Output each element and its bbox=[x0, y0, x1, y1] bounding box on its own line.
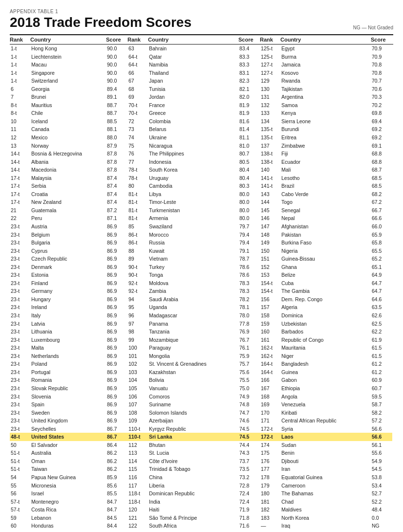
table-cell: Dominican Republic bbox=[148, 489, 238, 498]
table-cell: 17-t bbox=[10, 190, 30, 199]
table-cell: Tonga bbox=[148, 271, 238, 279]
table-cell: Malaysia bbox=[30, 174, 106, 182]
table-cell: Iceland bbox=[30, 117, 106, 126]
table-cell: 78.1 bbox=[238, 303, 260, 311]
table-cell: 48-t bbox=[10, 433, 30, 441]
table-cell: 89.1 bbox=[106, 93, 127, 101]
table-cell: 86.9 bbox=[106, 328, 127, 336]
col-score2: Score bbox=[238, 37, 260, 43]
col-country3: Country bbox=[280, 37, 371, 43]
table-cell: 81-t bbox=[127, 190, 148, 199]
table-cell: Fiji bbox=[280, 150, 371, 158]
table-cell: 86.9 bbox=[106, 335, 127, 344]
table-cell: 64.6 bbox=[371, 295, 392, 304]
table-cell: Colombia bbox=[148, 117, 238, 126]
table-cell: China bbox=[148, 473, 238, 482]
table-cell: 1-t bbox=[10, 44, 30, 53]
table-cell: 68.8 bbox=[371, 150, 392, 158]
table-cell: 69.2 bbox=[371, 125, 392, 133]
table-cell: Liberia bbox=[148, 481, 238, 489]
table-cell: Netherlands bbox=[30, 352, 106, 360]
table-cell: Seychelles bbox=[30, 425, 106, 433]
table-cell: Equatorial Guinea bbox=[280, 473, 371, 482]
table-cell: Honduras bbox=[30, 522, 106, 530]
table-cell: 81.4 bbox=[238, 125, 260, 133]
table-cell: Sweden bbox=[30, 408, 106, 417]
table-cell: 61.9 bbox=[371, 335, 392, 344]
table-cell: South Korea bbox=[148, 166, 238, 174]
table-cell: Vanuatu bbox=[148, 384, 238, 393]
table-cell: 82.3 bbox=[238, 77, 260, 85]
table-cell: 129 bbox=[260, 77, 280, 85]
table-cell: Cuba bbox=[280, 279, 371, 288]
table-cell: 84.4 bbox=[106, 522, 127, 530]
table-cell: 17-t bbox=[10, 198, 30, 206]
table-cell: 86.9 bbox=[106, 392, 127, 400]
col-country1: Country bbox=[30, 37, 106, 43]
table-cell: 60.7 bbox=[371, 384, 392, 393]
table-cell: 110-t bbox=[127, 433, 148, 441]
table-cell: Kazakhstan bbox=[148, 368, 238, 377]
table-cell: 54 bbox=[10, 473, 30, 482]
table-cell: 75.7 bbox=[238, 360, 260, 368]
table-cell: 104 bbox=[127, 376, 148, 384]
table-cell: Latvia bbox=[30, 319, 106, 328]
col-rank2: Rank bbox=[127, 37, 148, 43]
table-cell: Serbia bbox=[30, 182, 106, 190]
table-cell: 88.5 bbox=[106, 117, 127, 126]
table-cell: 164-t bbox=[260, 360, 280, 368]
table-cell: 23-t bbox=[10, 360, 30, 368]
table-cell: 158 bbox=[260, 311, 280, 320]
table-cell: 182 bbox=[260, 506, 280, 514]
table-cell: 69.2 bbox=[371, 133, 392, 142]
table-cell: 102 bbox=[127, 360, 148, 368]
table-cell: 75 bbox=[127, 141, 148, 150]
table-cell: 70.7 bbox=[371, 77, 392, 85]
table-cell: 168 bbox=[260, 392, 280, 400]
table-cell: Norway bbox=[30, 141, 106, 150]
table-cell: Ecuador bbox=[280, 157, 371, 166]
table-cell: 78-t bbox=[127, 174, 148, 182]
table-cell: 65.2 bbox=[371, 255, 392, 263]
table-cell: 87.8 bbox=[106, 157, 127, 166]
table-cell: Venezuela bbox=[280, 400, 371, 409]
table-cell: 153 bbox=[260, 271, 280, 279]
table-cell: 176 bbox=[260, 457, 280, 466]
table-cell: 23-t bbox=[10, 352, 30, 360]
table-cell: Kosovo bbox=[280, 68, 371, 77]
table-cell: 112 bbox=[127, 441, 148, 449]
table-cell: 183 bbox=[260, 514, 280, 522]
table-cell: 84.3 bbox=[106, 530, 127, 532]
ng-note: NG — Not Graded bbox=[353, 25, 393, 31]
table-cell: 79.1 bbox=[238, 246, 260, 255]
table-cell: Suriname bbox=[148, 400, 238, 409]
table-cell: 161 bbox=[260, 335, 280, 344]
table-cell: 52.2 bbox=[371, 497, 392, 506]
table-cell: 118-t bbox=[127, 489, 148, 498]
table-cell: 135-t bbox=[260, 125, 280, 133]
table-cell: — bbox=[260, 522, 280, 530]
table-cell: 78.3 bbox=[238, 279, 260, 288]
table-cell: 61 bbox=[10, 530, 30, 532]
table-cell: 170 bbox=[260, 408, 280, 417]
table-cell: 81-t bbox=[127, 198, 148, 206]
table-cell: Brunei bbox=[30, 93, 106, 101]
table-cell: 86.2 bbox=[106, 465, 127, 473]
table-cell: 72.4 bbox=[238, 497, 260, 506]
table-cell: Malta bbox=[30, 344, 106, 352]
table-cell: Comoros bbox=[148, 392, 238, 400]
table-cell: 84.7 bbox=[106, 506, 127, 514]
table-cell: 134 bbox=[260, 117, 280, 126]
table-cell: Slovenia bbox=[30, 392, 106, 400]
table-cell: 61.2 bbox=[371, 360, 392, 368]
table-cell: 86.9 bbox=[106, 384, 127, 393]
table-cell: 76.9 bbox=[238, 328, 260, 336]
table-cell: 140 bbox=[260, 166, 280, 174]
table-cell: 78.7 bbox=[238, 255, 260, 263]
table-cell: São Tomé & Príncipe bbox=[148, 514, 238, 522]
table-cell: Samoa bbox=[280, 101, 371, 110]
table-cell: Hong Kong bbox=[30, 44, 106, 53]
table-cell: 120 bbox=[127, 506, 148, 514]
table-cell: Mauritius bbox=[30, 101, 106, 110]
table-cell: Niger bbox=[280, 352, 371, 360]
